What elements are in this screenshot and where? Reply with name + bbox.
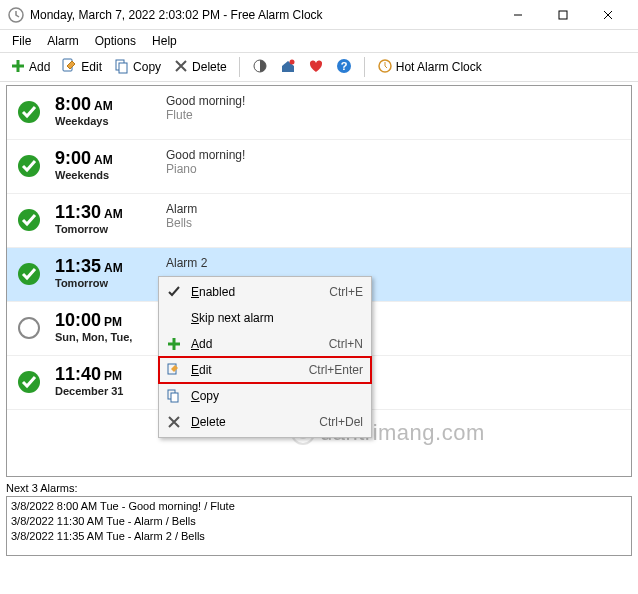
delete-button[interactable]: Delete xyxy=(169,56,231,79)
context-add-shortcut: Ctrl+N xyxy=(329,337,363,351)
help-icon: ? xyxy=(336,58,352,77)
alarm-row[interactable]: 8:00AMWeekdaysGood morning!Flute xyxy=(7,86,631,140)
context-delete-shortcut: Ctrl+Del xyxy=(319,415,363,429)
x-icon xyxy=(173,58,189,77)
alarm-ampm: PM xyxy=(104,369,122,383)
menu-alarm[interactable]: Alarm xyxy=(39,32,86,50)
context-add[interactable]: Add Ctrl+N xyxy=(159,331,371,357)
check-icon xyxy=(163,285,185,299)
close-button[interactable] xyxy=(585,1,630,29)
delete-label: Delete xyxy=(192,60,227,74)
circle-icon xyxy=(17,316,41,340)
contrast-icon xyxy=(252,58,268,77)
context-menu: Enabled Ctrl+E Skip next alarm Add Ctrl+… xyxy=(158,276,372,438)
x-icon xyxy=(163,415,185,429)
check-circle-icon xyxy=(17,154,41,178)
heart-button[interactable] xyxy=(304,56,328,79)
maximize-button[interactable] xyxy=(540,1,585,29)
alarm-ampm: AM xyxy=(94,99,113,113)
svg-point-15 xyxy=(19,318,39,338)
edit-label: Edit xyxy=(81,60,102,74)
context-copy[interactable]: Copy xyxy=(159,383,371,409)
context-edit-label: Edit xyxy=(185,363,309,377)
check-circle-icon xyxy=(17,262,41,286)
upcoming-item: 3/8/2022 11:30 AM Tue - Alarm / Bells xyxy=(11,514,627,529)
context-enabled-label: Enabled xyxy=(185,285,329,299)
alarm-row[interactable]: 11:30AMTomorrowAlarmBells xyxy=(7,194,631,248)
alarm-time-block: 11:40PMDecember 31 xyxy=(55,364,160,397)
alarm-desc: Alarm xyxy=(166,202,197,216)
home-icon xyxy=(280,58,296,77)
context-delete[interactable]: Delete Ctrl+Del xyxy=(159,409,371,435)
alarm-time: 11:40 xyxy=(55,364,101,384)
alarm-time-block: 10:00PMSun, Mon, Tue, xyxy=(55,310,160,343)
svg-rect-19 xyxy=(171,393,178,402)
alarm-time-block: 11:35AMTomorrow xyxy=(55,256,160,289)
toolbar-separator-2 xyxy=(364,57,365,77)
alarm-days: Sun, Mon, Tue, xyxy=(55,331,160,343)
alarm-ampm: AM xyxy=(104,261,123,275)
context-delete-label: Delete xyxy=(185,415,319,429)
alarm-sound: Piano xyxy=(166,162,245,176)
status-area: Next 3 Alarms: 3/8/2022 8:00 AM Tue - Go… xyxy=(6,480,632,556)
alarm-days: Weekdays xyxy=(55,115,160,127)
alarm-sound: Bells xyxy=(166,216,197,230)
heart-icon xyxy=(308,58,324,77)
svg-rect-2 xyxy=(559,11,567,19)
copy-button[interactable]: Copy xyxy=(110,56,165,79)
alarm-sound: Flute xyxy=(166,108,245,122)
context-enabled-shortcut: Ctrl+E xyxy=(329,285,363,299)
alarm-ampm: PM xyxy=(104,315,122,329)
upcoming-list: 3/8/2022 8:00 AM Tue - Good morning! / F… xyxy=(6,496,632,556)
alarm-days: Tomorrow xyxy=(55,277,160,289)
alarm-time-block: 9:00AMWeekends xyxy=(55,148,160,181)
context-edit-shortcut: Ctrl+Enter xyxy=(309,363,363,377)
check-circle-icon xyxy=(17,370,41,394)
hot-alarm-clock-button[interactable]: Hot Alarm Clock xyxy=(373,56,486,79)
plus-icon xyxy=(10,58,26,77)
minimize-button[interactable] xyxy=(495,1,540,29)
context-skip[interactable]: Skip next alarm xyxy=(159,305,371,331)
alarm-desc-block: Good morning!Flute xyxy=(160,94,245,122)
context-add-label: Add xyxy=(185,337,329,351)
next-alarms-label: Next 3 Alarms: xyxy=(6,480,632,496)
alarm-ampm: AM xyxy=(94,153,113,167)
alarm-time-block: 11:30AMTomorrow xyxy=(55,202,160,235)
app-icon xyxy=(8,7,24,23)
contrast-button[interactable] xyxy=(248,56,272,79)
menu-file[interactable]: File xyxy=(4,32,39,50)
check-circle-icon xyxy=(17,100,41,124)
menu-options[interactable]: Options xyxy=(87,32,144,50)
alarm-time-block: 8:00AMWeekdays xyxy=(55,94,160,127)
copy-icon xyxy=(114,58,130,77)
context-copy-label: Copy xyxy=(185,389,363,403)
pencil-icon xyxy=(62,58,78,77)
alarm-desc: Good morning! xyxy=(166,94,245,108)
upcoming-item: 3/8/2022 8:00 AM Tue - Good morning! / F… xyxy=(11,499,627,514)
check-circle-icon xyxy=(17,208,41,232)
alarm-time: 9:00 xyxy=(55,148,91,168)
alarm-desc-block: Good morning!Piano xyxy=(160,148,245,176)
menu-help[interactable]: Help xyxy=(144,32,185,50)
clock-icon xyxy=(377,58,393,77)
add-button[interactable]: Add xyxy=(6,56,54,79)
alarm-row[interactable]: 9:00AMWeekendsGood morning!Piano xyxy=(7,140,631,194)
help-button[interactable]: ? xyxy=(332,56,356,79)
svg-point-7 xyxy=(289,59,294,64)
window-title: Monday, March 7, 2022 2:03:02 PM - Free … xyxy=(30,8,495,22)
context-enabled[interactable]: Enabled Ctrl+E xyxy=(159,279,371,305)
hot-alarm-clock-label: Hot Alarm Clock xyxy=(396,60,482,74)
copy-label: Copy xyxy=(133,60,161,74)
pencil-icon xyxy=(163,363,185,377)
alarm-desc: Good morning! xyxy=(166,148,245,162)
copy-icon xyxy=(163,389,185,403)
svg-rect-5 xyxy=(119,63,127,73)
context-skip-label: Skip next alarm xyxy=(185,311,363,325)
home-button[interactable] xyxy=(276,56,300,79)
edit-button[interactable]: Edit xyxy=(58,56,106,79)
alarm-time: 8:00 xyxy=(55,94,91,114)
alarm-desc-block: Alarm 2 xyxy=(160,256,207,270)
context-edit[interactable]: Edit Ctrl+Enter xyxy=(159,357,371,383)
add-label: Add xyxy=(29,60,50,74)
toolbar-separator xyxy=(239,57,240,77)
